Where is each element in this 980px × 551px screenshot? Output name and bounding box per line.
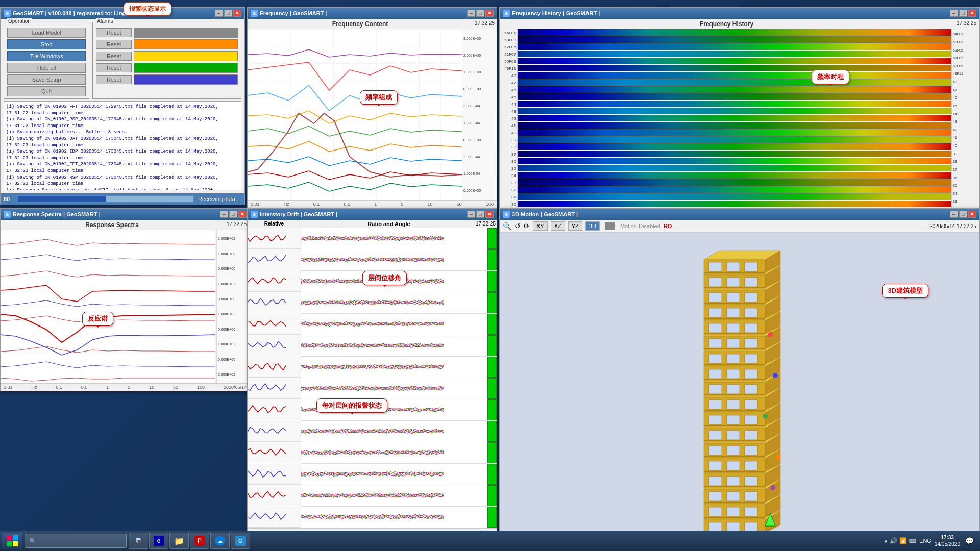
svg-rect-141 — [13, 541, 18, 546]
drift-relative-row-10 — [248, 442, 301, 463]
tile-windows-button[interactable]: Tile Windows — [7, 51, 86, 61]
resp-close[interactable]: ✕ — [238, 211, 247, 218]
expand-icon[interactable]: ∧ — [884, 538, 888, 544]
drift-relative-row-2 — [248, 270, 301, 292]
resp-footer: 0.01 Hz 0.1 0.5 1 5 10 50 100 2020/05/14 — [1, 383, 250, 391]
xy-button[interactable]: XY — [533, 221, 548, 231]
status-text: Receiving data ... — [198, 196, 241, 202]
svg-rect-73 — [727, 400, 740, 409]
freq-minimize[interactable]: ─ — [467, 10, 475, 17]
freq-footer-1: 1 — [374, 202, 377, 207]
refresh-icon[interactable]: ⟳ — [524, 222, 530, 230]
alarm-reset-4[interactable]: Reset — [96, 63, 132, 72]
rotate-icon[interactable]: ↺ — [514, 222, 521, 230]
motion-minimize[interactable]: ─ — [950, 211, 958, 218]
drift-ratio-row-7 — [301, 378, 497, 399]
keyboard-icon[interactable]: ⌨ — [909, 538, 916, 544]
drift-ratio-row-0 — [301, 228, 497, 249]
control-sections: Operation Load Model Stop Tile Windows H… — [4, 22, 241, 99]
stop-button[interactable]: Stop — [7, 39, 86, 49]
freq-title-text: Frequency | GeoSMART | — [260, 10, 327, 16]
resp-maximize[interactable]: □ — [229, 211, 237, 218]
taskbar-task-view[interactable]: ⧉ — [129, 533, 148, 549]
clock-date: 14/05/2020 — [935, 541, 960, 547]
svg-rect-101 — [727, 339, 740, 348]
alarm-indicator-2 — [134, 39, 238, 49]
fh-heatmap-2 — [518, 43, 951, 50]
minimize-button[interactable]: ─ — [215, 10, 223, 17]
drift-maximize[interactable]: □ — [476, 211, 484, 218]
taskbar-store[interactable]: ☁ — [210, 533, 230, 549]
svg-rect-139 — [13, 535, 18, 540]
3d-button[interactable]: 3D — [585, 221, 600, 231]
fh-title-controls: ─ □ ✕ — [950, 10, 976, 17]
svg-rect-135 — [709, 262, 722, 271]
fh-row-9: 45 — [500, 93, 951, 101]
fh-row-3: 51F07 — [500, 51, 951, 58]
fh-chart-title: Frequency History — [500, 19, 953, 29]
resp-title-bar: G Response Spectra | GeoSMART | ─ □ ✕ — [1, 209, 250, 220]
alarm-reset-1[interactable]: Reset — [96, 28, 132, 37]
console-log[interactable]: (i) Saving of CN_01902_FFT_20200514_1729… — [4, 101, 241, 190]
alarm-reset-3[interactable]: Reset — [96, 52, 132, 61]
fh-close[interactable]: ✕ — [968, 10, 976, 17]
svg-rect-65 — [709, 415, 722, 424]
yz-button[interactable]: YZ — [568, 221, 582, 231]
fh-row-16: 38 — [500, 143, 951, 151]
svg-rect-115 — [727, 308, 740, 317]
start-button[interactable] — [2, 533, 22, 549]
wifi-icon[interactable]: 📶 — [899, 537, 907, 544]
notification-icon[interactable]: 💬 — [965, 537, 974, 545]
drift-ratio-row-1 — [301, 249, 497, 271]
taskbar-ie[interactable]: e — [149, 533, 168, 549]
freq-timestamp: 17:32:25 — [473, 20, 497, 30]
taskbar-geo[interactable]: G — [231, 533, 250, 549]
resp-header: Response Spectra 17:32:25 — [1, 220, 250, 230]
freq-maximize[interactable]: □ — [476, 10, 484, 17]
fh-heatmap-3 — [518, 51, 951, 57]
fh-row-15: 39 — [500, 136, 951, 143]
drift-minimize[interactable]: ─ — [467, 211, 475, 218]
console-line-3: (i) Synchronizing buffers... Buffer: 8 s… — [6, 129, 239, 136]
hide-all-button[interactable]: Hide all — [7, 63, 86, 73]
close-button[interactable]: ✕ — [233, 10, 241, 17]
search-icon[interactable]: 🔍 — [503, 222, 511, 230]
motion-close[interactable]: ✕ — [968, 211, 976, 218]
quit-button[interactable]: Quit — [7, 86, 86, 96]
console-line-8: (i) Response Spectra recession: 64F37, f… — [6, 187, 239, 190]
taskbar-explorer[interactable]: 📁 — [169, 533, 189, 549]
alarm-reset-5[interactable]: Reset — [96, 75, 132, 84]
fh-row-20: 34 — [500, 172, 951, 179]
load-model-button[interactable]: Load Model — [7, 28, 86, 38]
motion-maximize[interactable]: □ — [959, 211, 967, 218]
clock-time: 17:33 — [935, 534, 960, 541]
freq-yaxis-label-3: 1.000E+00 — [463, 70, 496, 74]
drift-close[interactable]: ✕ — [485, 211, 494, 218]
maximize-button[interactable]: □ — [224, 10, 232, 17]
svg-rect-114 — [709, 308, 722, 317]
fh-row-7: 47 — [500, 79, 951, 86]
taskbar-edge[interactable]: P — [190, 533, 209, 549]
svg-rect-58 — [709, 431, 722, 440]
svg-rect-100 — [709, 339, 722, 348]
operation-label: Operation — [7, 18, 32, 24]
taskbar-search[interactable]: 🔍 — [24, 534, 127, 548]
xz-button[interactable]: XZ — [551, 221, 565, 231]
drift-relative-row-0 — [248, 228, 301, 249]
fh-minimize[interactable]: ─ — [950, 10, 958, 17]
fh-maximize[interactable]: □ — [959, 10, 967, 17]
freq-close[interactable]: ✕ — [485, 10, 494, 17]
fh-heatmap-19 — [518, 165, 951, 171]
resp-minimize[interactable]: ─ — [220, 211, 228, 218]
save-setup-button[interactable]: Save Setup — [7, 74, 86, 85]
drift-chart-title: Ratio and Angle 17:32:25 — [301, 220, 497, 228]
notification-icons: ∧ 🔊 📶 ⌨ — [884, 537, 916, 544]
alarm-indicator-1 — [134, 28, 238, 38]
windows-logo-icon — [6, 535, 18, 547]
speaker-icon[interactable]: 🔊 — [890, 537, 897, 544]
drift-angle-tooltip: 层间位移角 — [362, 271, 407, 285]
freq-footer-hz: Hz — [284, 202, 289, 207]
fh-row-0: 54F01 — [500, 29, 951, 36]
alarm-reset-2[interactable]: Reset — [96, 40, 132, 49]
sensor-dot-3 — [763, 414, 768, 419]
